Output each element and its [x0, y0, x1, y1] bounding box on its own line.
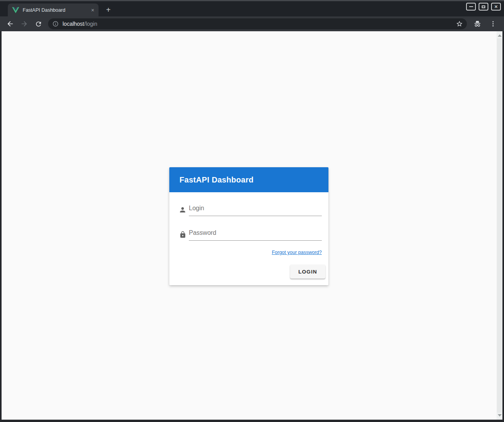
bookmark-button[interactable]: [455, 19, 464, 29]
browser-window: FastAPI Dashboard × + ✕ localhost/login: [0, 0, 504, 422]
password-input[interactable]: [189, 227, 322, 241]
scrollbar-thumb[interactable]: [497, 38, 502, 413]
login-card-header: FastAPI Dashboard: [169, 167, 328, 192]
window-close-button[interactable]: ✕: [491, 3, 501, 11]
new-tab-button[interactable]: +: [103, 5, 113, 15]
browser-tab[interactable]: FastAPI Dashboard ×: [8, 4, 99, 16]
maximize-icon: [482, 5, 485, 8]
login-button[interactable]: LOGIN: [290, 265, 325, 279]
reload-icon: [35, 20, 42, 28]
incognito-indicator: [472, 18, 483, 29]
browser-menu-button[interactable]: [487, 18, 499, 29]
lock-icon: [178, 230, 187, 239]
page-scrollbar[interactable]: [497, 31, 502, 420]
forward-button[interactable]: [19, 18, 30, 29]
bookmark-star-icon: [456, 20, 463, 27]
login-card-body: Forgot your password? LOGIN: [169, 192, 328, 279]
window-controls: ✕: [466, 3, 501, 11]
url-text[interactable]: localhost/login: [63, 21, 455, 27]
reload-button[interactable]: [33, 18, 44, 29]
back-button[interactable]: [5, 18, 16, 29]
card-actions: LOGIN: [178, 265, 325, 279]
forgot-password-link[interactable]: Forgot your password?: [272, 250, 322, 255]
url-host: localhost: [63, 21, 84, 27]
vue-favicon-icon: [12, 7, 19, 13]
address-bar[interactable]: localhost/login: [48, 18, 467, 29]
site-info-icon[interactable]: [52, 21, 59, 27]
page-viewport: FastAPI Dashboard Forgot your passwo: [0, 31, 504, 420]
forgot-password-row: Forgot your password?: [178, 249, 322, 256]
scroll-up-icon[interactable]: [498, 34, 502, 37]
incognito-icon: [473, 20, 482, 28]
forward-icon: [20, 20, 28, 28]
minimize-icon: [469, 6, 473, 7]
login-field-row: [178, 202, 322, 216]
tab-title: FastAPI Dashboard: [23, 7, 89, 13]
person-icon: [178, 205, 187, 215]
browser-toolbar: localhost/login: [0, 16, 504, 31]
login-input[interactable]: [189, 202, 322, 216]
window-maximize-button[interactable]: [479, 3, 488, 11]
tab-close-icon[interactable]: ×: [89, 7, 96, 14]
menu-kebab-icon: [490, 20, 497, 27]
scroll-down-icon[interactable]: [498, 414, 502, 417]
url-path: /login: [84, 21, 97, 27]
title-bar: FastAPI Dashboard × + ✕: [0, 0, 504, 16]
password-field-row: [178, 227, 322, 241]
window-minimize-button[interactable]: [466, 3, 476, 11]
back-icon: [6, 20, 14, 28]
login-card: FastAPI Dashboard Forgot your passwo: [169, 167, 328, 285]
login-card-title: FastAPI Dashboard: [179, 175, 254, 184]
